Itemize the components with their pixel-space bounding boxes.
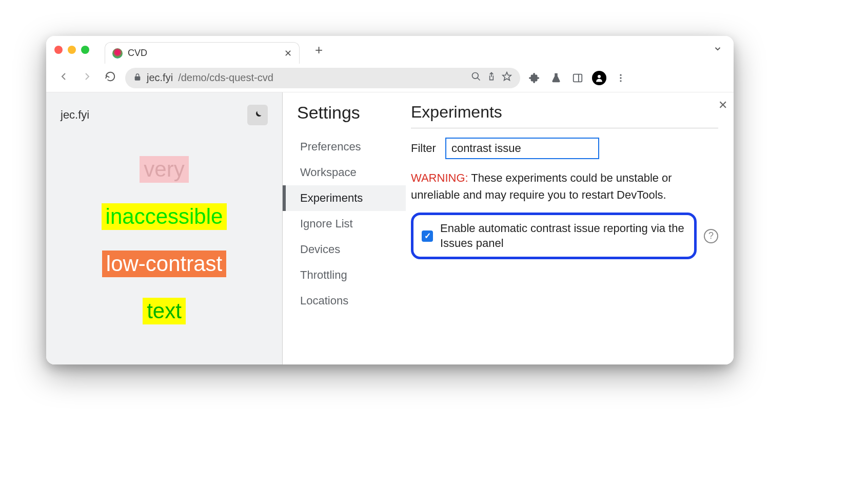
url-path: /demo/cds-quest-cvd	[178, 72, 273, 84]
tab-strip: CVD ✕ +	[46, 36, 734, 64]
svg-point-7	[620, 77, 621, 79]
devtools-panel: Settings Preferences Workspace Experimen…	[282, 92, 734, 364]
demo-word-inaccessible: inaccessible	[102, 203, 227, 230]
demo-word-low-contrast: low-contrast	[102, 251, 226, 277]
toolbar: jec.fyi/demo/cds-quest-cvd	[46, 64, 734, 92]
demo-word-text: text	[143, 298, 186, 324]
tab-list-button[interactable]	[710, 41, 725, 59]
content-area: jec.fyi very inaccessible low-contrast t…	[46, 92, 734, 364]
divider	[411, 128, 718, 128]
profile-avatar[interactable]	[592, 71, 606, 85]
experiment-checkbox[interactable]	[422, 230, 433, 242]
panel-heading: Experiments	[411, 103, 718, 122]
svg-point-8	[620, 80, 621, 82]
svg-marker-2	[503, 72, 511, 81]
favicon	[112, 48, 123, 59]
reload-button[interactable]	[103, 69, 118, 87]
demo-word-very: very	[140, 156, 188, 183]
svg-point-6	[620, 74, 621, 75]
svg-point-5	[598, 75, 601, 78]
new-tab-button[interactable]: +	[311, 40, 327, 60]
forward-button[interactable]	[79, 68, 95, 88]
svg-point-0	[472, 73, 479, 79]
settings-main: ✕ Experiments Filter WARNING: These expe…	[406, 92, 734, 364]
warning-text: WARNING: These experiments could be unst…	[411, 169, 718, 203]
omnibox[interactable]: jec.fyi/demo/cds-quest-cvd	[125, 68, 520, 88]
help-icon[interactable]: ?	[704, 229, 718, 243]
nav-ignore-list[interactable]: Ignore List	[297, 211, 406, 237]
minimize-window-button[interactable]	[68, 46, 76, 54]
bookmark-star-icon[interactable]	[502, 71, 512, 84]
extensions-icon[interactable]	[527, 71, 542, 85]
nav-locations[interactable]: Locations	[297, 288, 406, 314]
menu-kebab-icon[interactable]	[614, 71, 628, 85]
close-window-button[interactable]	[54, 46, 63, 54]
experiment-label: Enable automatic contrast issue reportin…	[440, 221, 686, 251]
side-panel-icon[interactable]	[570, 71, 585, 85]
maximize-window-button[interactable]	[81, 46, 89, 54]
settings-heading: Settings	[297, 103, 406, 123]
browser-tab[interactable]: CVD ✕	[105, 42, 300, 64]
tab-title: CVD	[128, 48, 147, 59]
nav-devices[interactable]: Devices	[297, 237, 406, 262]
url-host: jec.fyi	[147, 72, 173, 84]
dark-mode-toggle[interactable]	[247, 105, 268, 125]
filter-label: Filter	[411, 142, 436, 155]
labs-flask-icon[interactable]	[549, 71, 563, 85]
traffic-lights	[54, 46, 89, 54]
close-settings-button[interactable]: ✕	[716, 97, 729, 114]
settings-nav: Settings Preferences Workspace Experimen…	[283, 92, 406, 364]
nav-throttling[interactable]: Throttling	[297, 262, 406, 288]
back-button[interactable]	[55, 68, 72, 88]
experiment-highlighted: Enable automatic contrast issue reportin…	[411, 213, 697, 259]
moon-icon	[252, 110, 263, 120]
filter-input[interactable]	[445, 138, 599, 159]
svg-line-1	[478, 78, 480, 81]
browser-window: CVD ✕ + jec.fyi/demo/cds-quest-cvd	[46, 36, 734, 364]
share-icon[interactable]	[486, 71, 497, 84]
site-title: jec.fyi	[61, 108, 89, 122]
lock-icon	[133, 72, 142, 84]
svg-rect-3	[574, 74, 582, 82]
warning-prefix: WARNING:	[411, 171, 468, 184]
nav-preferences[interactable]: Preferences	[297, 134, 406, 160]
zoom-icon[interactable]	[471, 71, 481, 84]
page-viewport: jec.fyi very inaccessible low-contrast t…	[46, 92, 282, 364]
close-tab-button[interactable]: ✕	[284, 48, 292, 59]
nav-experiments[interactable]: Experiments	[283, 185, 406, 211]
nav-workspace[interactable]: Workspace	[297, 160, 406, 185]
